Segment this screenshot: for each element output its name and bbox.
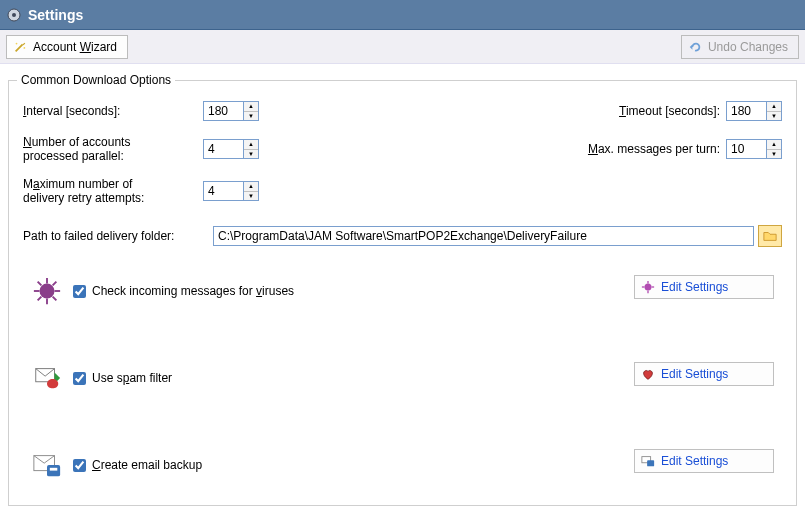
svg-point-7 [40, 284, 55, 299]
backup-checkbox[interactable] [73, 459, 86, 472]
virus-icon [31, 275, 63, 307]
heart-shield-icon [641, 367, 655, 381]
virus-edit-settings-button[interactable]: Edit Settings [634, 275, 774, 299]
max-messages-stepper[interactable]: ▲▼ [726, 139, 782, 159]
interval-input[interactable] [203, 101, 243, 121]
svg-line-12 [38, 282, 42, 286]
window-title: Settings [28, 7, 83, 23]
svg-point-4 [16, 42, 18, 44]
virus-checkbox[interactable] [73, 285, 86, 298]
spam-filter-option[interactable]: Use spam filter [73, 371, 172, 385]
spam-checkbox[interactable] [73, 372, 86, 385]
number-accounts-stepper[interactable]: ▲▼ [203, 139, 259, 159]
timeout-label: Timeout [seconds]: [619, 104, 720, 118]
path-label: Path to failed delivery folder: [23, 229, 213, 243]
number-accounts-input[interactable] [203, 139, 243, 159]
path-input[interactable] [213, 226, 754, 246]
virus-check-option[interactable]: Check incoming messages for viruses [73, 284, 294, 298]
number-accounts-label: Number of accountsprocessed parallel: [23, 135, 203, 163]
svg-point-1 [12, 13, 16, 17]
svg-line-15 [53, 282, 57, 286]
svg-marker-6 [690, 44, 693, 49]
backup-edit-settings-button[interactable]: Edit Settings [634, 449, 774, 473]
folder-icon [763, 229, 777, 243]
account-wizard-button[interactable]: Account Wizard [6, 35, 128, 59]
disk-mail-icon [641, 454, 655, 468]
interval-label: Interval [seconds]: [23, 104, 203, 118]
timeout-spinner[interactable]: ▲▼ [766, 101, 782, 121]
spam-edit-label: Edit Settings [661, 367, 728, 381]
number-accounts-spinner[interactable]: ▲▼ [243, 139, 259, 159]
toolbar: Account Wizard Undo Changes [0, 30, 805, 64]
timeout-input[interactable] [726, 101, 766, 121]
max-messages-label: Max. messages per turn: [588, 142, 720, 156]
svg-line-2 [16, 44, 23, 51]
virus-edit-label: Edit Settings [661, 280, 728, 294]
max-messages-spinner[interactable]: ▲▼ [766, 139, 782, 159]
max-retry-spinner[interactable]: ▲▼ [243, 181, 259, 201]
backup-icon [31, 449, 63, 481]
backup-option[interactable]: Create email backup [73, 458, 202, 472]
virus-small-icon [641, 280, 655, 294]
timeout-stepper[interactable]: ▲▼ [726, 101, 782, 121]
browse-folder-button[interactable] [758, 225, 782, 247]
svg-rect-25 [50, 468, 58, 471]
undo-changes-button: Undo Changes [681, 35, 799, 59]
max-retry-label: Maximum number ofdelivery retry attempts… [23, 177, 203, 205]
wand-icon [13, 40, 27, 54]
svg-line-14 [38, 297, 42, 301]
app-icon [6, 7, 22, 23]
interval-stepper[interactable]: ▲▼ [203, 101, 259, 121]
spam-icon [31, 362, 63, 394]
title-bar: Settings [0, 0, 805, 30]
content-area: Common Download Options Interval [second… [0, 64, 805, 514]
svg-rect-27 [647, 460, 654, 466]
undo-changes-label: Undo Changes [708, 40, 788, 54]
max-retry-input[interactable] [203, 181, 243, 201]
undo-icon [688, 40, 702, 54]
common-download-options-group: Common Download Options Interval [second… [8, 80, 797, 506]
interval-spinner[interactable]: ▲▼ [243, 101, 259, 121]
backup-edit-label: Edit Settings [661, 454, 728, 468]
spam-edit-settings-button[interactable]: Edit Settings [634, 362, 774, 386]
max-messages-input[interactable] [726, 139, 766, 159]
svg-point-16 [645, 284, 652, 291]
svg-line-13 [53, 297, 57, 301]
max-retry-stepper[interactable]: ▲▼ [203, 181, 259, 201]
svg-point-5 [24, 47, 26, 49]
group-legend: Common Download Options [17, 73, 175, 87]
